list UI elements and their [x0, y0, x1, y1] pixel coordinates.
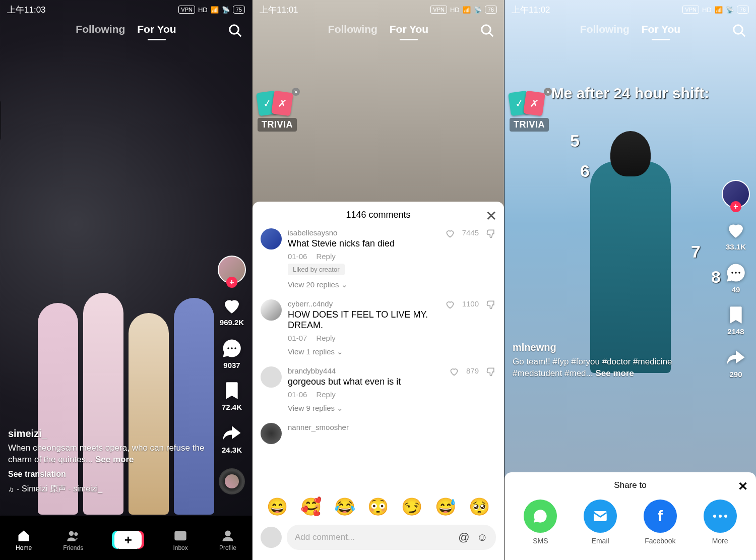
caption[interactable]: When cheongsam meets opera, who can refu…	[8, 443, 212, 466]
commenter-avatar[interactable]	[261, 228, 282, 250]
reaction-emoji[interactable]: 🥺	[469, 496, 490, 517]
facebook-icon: f	[644, 500, 677, 533]
comment-button[interactable]: 9037	[221, 338, 242, 369]
create-button[interactable]: +	[114, 531, 142, 549]
like-button[interactable]: 969.2K	[220, 295, 244, 327]
wifi-icon: 📡	[726, 6, 734, 14]
nav-profile[interactable]: Profile	[219, 529, 236, 551]
reaction-emoji[interactable]: 🥰	[300, 496, 322, 517]
emoji-icon[interactable]: ☺	[477, 531, 488, 544]
commenter-name[interactable]: isabellesaysno	[288, 228, 439, 237]
search-button[interactable]	[228, 23, 243, 40]
caption-area: simeizi_ When cheongsam meets opera, who…	[8, 428, 212, 494]
tab-following[interactable]: Following	[580, 23, 629, 35]
search-button[interactable]	[732, 23, 747, 40]
my-avatar[interactable]	[261, 527, 282, 548]
music-label[interactable]: - Simeizi 原声 - simeizi_	[8, 484, 212, 494]
svg-point-14	[735, 272, 737, 274]
commenter-name[interactable]: brandybby444	[288, 366, 443, 375]
username[interactable]: mlnewng	[513, 342, 716, 353]
follow-plus-icon[interactable]: +	[226, 277, 237, 288]
share-icon	[221, 422, 242, 444]
view-replies-button[interactable]: View 1 replies ⌄	[288, 347, 439, 356]
comment-text: gorgeous but what even is it	[288, 377, 443, 387]
reply-button[interactable]: Reply	[316, 334, 335, 342]
reaction-emoji[interactable]: 😄	[267, 496, 288, 517]
close-icon[interactable]: ✕	[544, 88, 552, 96]
username[interactable]: simeizi_	[8, 428, 212, 440]
svg-point-4	[234, 347, 236, 349]
creator-avatar[interactable]: +	[218, 256, 246, 284]
like-comment-button[interactable]	[445, 228, 455, 240]
reaction-emoji[interactable]: 😂	[334, 496, 355, 517]
save-button[interactable]: 2148	[726, 305, 746, 336]
reply-button[interactable]: Reply	[316, 252, 335, 261]
more-icon	[704, 500, 737, 533]
comments-list[interactable]: isabellesaysno What Stevie nicks fan die…	[253, 228, 504, 493]
commenter-avatar[interactable]	[261, 366, 282, 388]
tab-foryou[interactable]: For You	[137, 23, 176, 35]
tab-following[interactable]: Following	[328, 23, 377, 35]
svg-point-15	[738, 272, 740, 274]
tab-foryou[interactable]: For You	[642, 23, 680, 35]
feed-tabs: Following For You	[505, 23, 756, 35]
nav-inbox[interactable]: Inbox	[173, 529, 187, 551]
wifi-icon: 📡	[474, 6, 482, 14]
see-translation-button[interactable]: See translation	[8, 470, 212, 479]
trivia-badge[interactable]: TRIVIA	[0, 101, 4, 140]
tab-foryou[interactable]: For You	[390, 23, 428, 35]
share-sms[interactable]: SMS	[524, 500, 557, 545]
reaction-emoji[interactable]: 😳	[367, 496, 389, 517]
view-replies-button[interactable]: View 9 replies ⌄	[288, 404, 443, 413]
comment-item: brandybby444 gorgeous but what even is i…	[261, 366, 496, 413]
reaction-emoji[interactable]: 😏	[401, 496, 422, 517]
sound-disc[interactable]	[219, 468, 245, 494]
search-button[interactable]	[480, 23, 495, 40]
chevron-down-icon: ⌄	[337, 347, 343, 356]
dislike-comment-button[interactable]	[486, 366, 496, 379]
reply-button[interactable]: Reply	[316, 390, 335, 399]
reaction-emoji[interactable]: 😅	[435, 496, 456, 517]
share-button[interactable]: 290	[725, 347, 746, 379]
trivia-badge[interactable]: ✓✗✕ TRIVIA	[510, 92, 549, 132]
share-email[interactable]: Email	[584, 500, 617, 545]
see-more-button[interactable]: See more	[95, 455, 134, 464]
like-button[interactable]: 33.1K	[725, 219, 746, 251]
save-count: 2148	[727, 327, 744, 336]
search-icon	[228, 23, 243, 38]
view-replies-button[interactable]: View 20 replies ⌄	[288, 280, 439, 289]
see-more-button[interactable]: See more	[595, 368, 634, 378]
dislike-comment-button[interactable]	[486, 299, 496, 312]
dislike-comment-button[interactable]	[486, 228, 496, 240]
commenter-name[interactable]: cyberr..c4ndy	[288, 299, 439, 308]
comment-button[interactable]: 49	[725, 262, 746, 294]
commenter-avatar[interactable]	[261, 423, 282, 444]
creator-avatar[interactable]: +	[722, 180, 750, 208]
comment-input[interactable]: Add comment... @ ☺	[287, 525, 496, 550]
commenter-avatar[interactable]	[261, 299, 282, 321]
caption[interactable]: Go team!! #fyp #foryou #doctor #medicine…	[513, 356, 716, 380]
thumbs-down-icon	[486, 366, 496, 377]
nav-friends[interactable]: Friends	[63, 529, 83, 551]
home-icon	[17, 529, 31, 543]
close-comments-button[interactable]: ✕	[485, 208, 497, 224]
share-more[interactable]: More	[704, 500, 737, 545]
share-button[interactable]: 24.3K	[221, 422, 242, 454]
close-share-button[interactable]: ✕	[738, 479, 748, 493]
mention-icon[interactable]: @	[458, 531, 469, 544]
commenter-name[interactable]: nanner_smoosher	[288, 423, 496, 431]
comment-date: 01-06	[288, 252, 307, 261]
follow-plus-icon[interactable]: +	[730, 201, 741, 212]
comment-date: 01-07	[288, 334, 307, 342]
inbox-icon	[173, 529, 187, 543]
nav-home[interactable]: Home	[16, 529, 32, 551]
save-button[interactable]: 72.4K	[222, 381, 242, 411]
like-comment-button[interactable]	[449, 366, 459, 379]
tab-following[interactable]: Following	[76, 23, 125, 35]
svg-point-17	[713, 515, 716, 518]
like-comment-button[interactable]	[445, 299, 455, 312]
share-facebook[interactable]: f Facebook	[644, 500, 677, 545]
action-rail: + 33.1K 49 2148 290	[722, 180, 750, 379]
close-icon[interactable]: ✕	[292, 88, 300, 96]
trivia-badge[interactable]: ✓✗✕ TRIVIA	[258, 92, 297, 132]
